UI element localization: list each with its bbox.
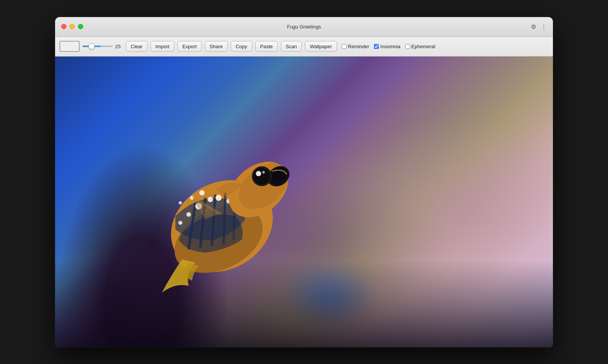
insomnia-checkbox-label[interactable]: Insomnia (374, 44, 401, 49)
color-swatch[interactable] (60, 41, 79, 52)
size-slider[interactable] (82, 46, 113, 47)
clear-button[interactable]: Clear (126, 41, 147, 52)
extensions-icon[interactable]: ⚙ (531, 23, 536, 30)
export-button[interactable]: Export (177, 41, 202, 52)
reminder-label: Reminder (348, 44, 369, 49)
import-button[interactable]: Import (150, 41, 174, 52)
insomnia-label: Insomnia (380, 44, 401, 49)
more-icon[interactable]: ⋮ (541, 23, 547, 30)
maximize-button[interactable] (78, 24, 83, 29)
minimize-button[interactable] (70, 24, 75, 29)
svg-point-10 (215, 195, 222, 201)
copy-button[interactable]: Copy (231, 41, 252, 52)
share-button[interactable]: Share (205, 41, 228, 52)
ephemeral-checkbox-label[interactable]: Ephemeral (405, 44, 435, 49)
scan-button[interactable]: Scan (281, 41, 302, 52)
svg-point-22 (253, 168, 270, 185)
window-title: Fugu Greetings (287, 24, 321, 30)
svg-point-13 (199, 191, 204, 196)
svg-line-5 (223, 193, 225, 245)
canvas-area[interactable] (55, 57, 553, 347)
close-button[interactable] (61, 24, 66, 29)
traffic-lights (61, 24, 83, 29)
svg-point-24 (262, 171, 265, 174)
insomnia-checkbox[interactable] (374, 44, 379, 49)
wallpaper-button[interactable]: Wallpaper (305, 41, 337, 52)
titlebar: Fugu Greetings ⚙ ⋮ (55, 17, 553, 37)
paste-button[interactable]: Paste (255, 41, 278, 52)
toolbar: 25 Clear Import Export Share Copy Paste … (55, 37, 553, 57)
reminder-checkbox[interactable] (342, 44, 347, 49)
fish-illustration (95, 100, 369, 332)
svg-point-12 (178, 221, 182, 225)
ephemeral-label: Ephemeral (412, 44, 435, 49)
svg-point-23 (256, 171, 261, 176)
titlebar-actions: ⚙ ⋮ (531, 23, 547, 30)
svg-point-15 (179, 201, 182, 205)
slider-value: 25 (115, 44, 123, 49)
underwater-scene (55, 57, 553, 347)
ephemeral-checkbox[interactable] (405, 44, 410, 49)
svg-point-9 (186, 212, 191, 217)
slider-container: 25 (82, 44, 123, 49)
app-window: Fugu Greetings ⚙ ⋮ 25 Clear Import Expor… (55, 17, 553, 347)
svg-point-8 (207, 197, 213, 202)
checkbox-group: Reminder Insomnia Ephemeral (342, 44, 435, 49)
reminder-checkbox-label[interactable]: Reminder (342, 44, 369, 49)
